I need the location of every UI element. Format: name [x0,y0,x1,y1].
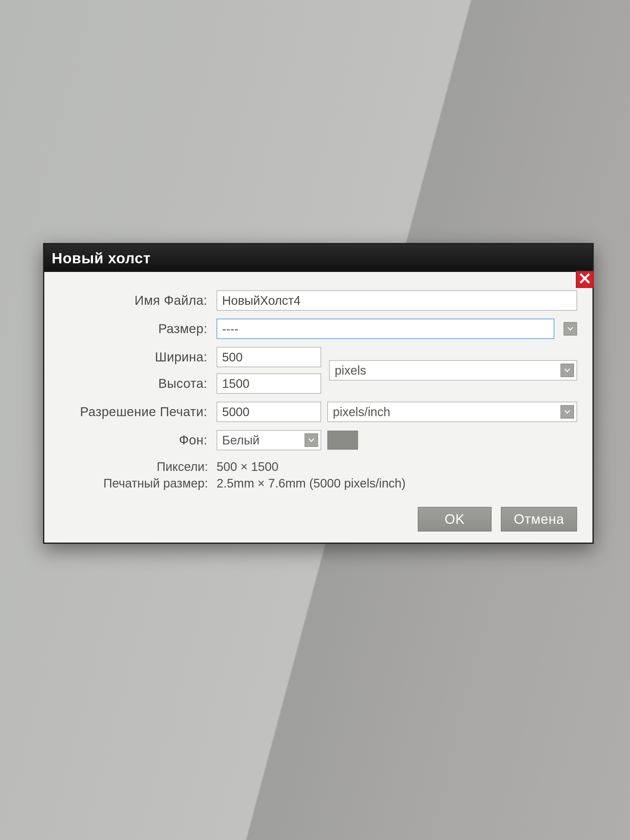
size-preset-select[interactable]: ---- [216,319,554,339]
dimension-unit-select[interactable]: pixels [329,360,577,381]
resolution-unit-select[interactable]: pixels/inch [327,402,577,422]
summary-block: Пиксели: 500 × 1500 Печатный размер: 2.5… [81,458,577,491]
background-label: Фон: [57,433,216,447]
chevron-down-icon [564,368,570,373]
filename-label: Имя Файла: [57,293,216,308]
summary-print-label: Печатный размер: [81,475,216,491]
summary-pixels-label: Пиксели: [81,458,216,475]
width-label: Ширина: [57,350,216,365]
resolution-label: Разрешение Печати: [57,404,216,419]
size-label: Размер: [57,321,216,336]
new-canvas-dialog: Новый холст Имя Файла: Размер: ---- [43,243,594,544]
chevron-down-icon [567,327,573,331]
dialog-body: Имя Файла: Размер: ---- Ширина: [44,272,592,494]
background-value: Белый [222,433,260,447]
close-button[interactable] [576,271,594,288]
summary-pixels-value: 500 × 1500 [216,458,278,475]
cancel-button-label: Отмена [514,512,564,527]
summary-print-value: 2.5mm × 7.6mm (5000 pixels/inch) [216,475,406,491]
height-input[interactable] [216,373,321,394]
chevron-down-icon [308,438,314,442]
size-preset-value: ---- [222,322,238,336]
chevron-down-icon [564,410,570,414]
resolution-unit-value: pixels/inch [333,405,390,419]
dimension-unit-dropdown-button[interactable] [561,363,574,377]
cancel-button[interactable]: Отмена [501,507,577,532]
dialog-button-row: OK Отмена [44,494,592,543]
dimension-unit-value: pixels [335,363,366,377]
background-color-swatch[interactable] [327,431,358,450]
size-preset-dropdown-button[interactable] [564,322,577,336]
width-input[interactable] [216,347,321,367]
resolution-input[interactable] [216,402,321,422]
background-dropdown-button[interactable] [305,433,318,447]
dialog-titlebar[interactable]: Новый холст [44,244,592,272]
ok-button[interactable]: OK [418,507,491,532]
background-select[interactable]: Белый [216,430,321,450]
dialog-title: Новый холст [52,250,151,267]
height-label: Высота: [57,376,216,391]
ok-button-label: OK [445,512,465,527]
resolution-unit-dropdown-button[interactable] [561,405,574,418]
close-icon [579,272,590,287]
filename-input[interactable] [216,291,577,311]
